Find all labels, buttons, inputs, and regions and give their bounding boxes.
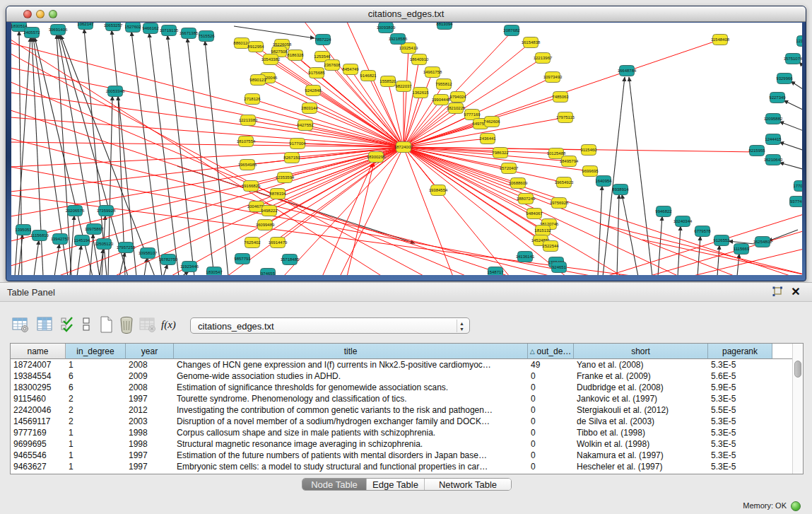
table-cell[interactable]: Jankovic et al. (1997) (574, 393, 708, 404)
graph-edge[interactable] (131, 32, 162, 275)
table-columns-icon[interactable] (36, 315, 54, 334)
network-graph[interactable]: 1872400713325419186409101496175879558121… (11, 23, 802, 275)
table-cell[interactable]: 0 (528, 427, 574, 438)
table-cell[interactable]: 0 (528, 461, 574, 472)
table-cell[interactable]: 2003 (126, 416, 174, 427)
graph-edge[interactable] (144, 258, 147, 275)
table-cell[interactable]: Wolkin et al. (1998) (574, 438, 708, 450)
table-cell[interactable]: 9465546 (11, 450, 66, 461)
table-cell[interactable]: 1 (66, 461, 126, 472)
table-cell[interactable]: Franke et al. (2009) (574, 370, 708, 382)
table-cell[interactable]: 0 (528, 382, 574, 393)
table-cell[interactable]: 5.3E-5 (708, 438, 772, 450)
tab-node-table[interactable]: Node Table (302, 479, 367, 490)
table-row[interactable]: 969969511998Structural magnetic resonanc… (11, 438, 772, 450)
table-cell[interactable]: Tibbo et al. (1998) (574, 427, 708, 438)
graph-edge[interactable] (629, 77, 652, 275)
window-titlebar[interactable]: citations_edges.txt (6, 6, 806, 22)
graph-edge[interactable] (779, 163, 802, 172)
graph-edge[interactable] (768, 230, 798, 241)
table-row[interactable]: 2242004622012Investigating the contribut… (11, 404, 772, 416)
table-select-combo[interactable]: citations_edges.txt ▲▼ (190, 317, 470, 334)
graph-edge[interactable] (791, 81, 802, 95)
table-cell[interactable]: Nakamura et al. (1997) (574, 450, 708, 461)
table-cell[interactable]: 2009 (126, 370, 174, 382)
table-row[interactable]: 911546021997Tourette syndrome. Phenomeno… (11, 393, 772, 404)
vertical-scrollbar[interactable] (792, 344, 803, 474)
table-cell[interactable]: 5.6E-5 (708, 370, 772, 382)
graph-edge[interactable] (70, 216, 74, 275)
table-cell[interactable]: 1 (66, 438, 126, 450)
new-document-icon[interactable] (97, 315, 115, 334)
table-cell[interactable]: 2012 (126, 404, 174, 416)
table-row[interactable]: 1830029562008Estimation of significance … (11, 382, 772, 393)
graph-edge[interactable] (252, 99, 404, 147)
graph-edge[interactable] (11, 147, 404, 167)
table-cell[interactable]: 5.3E-5 (708, 393, 772, 404)
column-header-pagerank[interactable]: pagerank (708, 344, 772, 359)
scrollbar-thumb[interactable] (794, 361, 801, 378)
table-cell[interactable]: Genome-wide association studies in ADHD. (174, 370, 528, 382)
table-cell[interactable]: 6 (66, 382, 126, 393)
table-cell[interactable]: 6 (66, 370, 126, 382)
graph-edge[interactable] (799, 62, 802, 76)
table-cell[interactable]: 49 (528, 359, 574, 370)
graph-edge[interactable] (784, 100, 802, 115)
graph-edge[interactable] (617, 194, 619, 275)
table-cell[interactable]: 5.3E-5 (708, 359, 772, 370)
tab-network-table[interactable]: Network Table (425, 479, 511, 490)
memory-status-indicator[interactable] (791, 501, 801, 511)
table-cell[interactable]: 1 (66, 427, 126, 438)
row-height-icon[interactable] (81, 315, 92, 334)
column-header-title[interactable]: title (174, 344, 528, 359)
graph-edge[interactable] (77, 245, 81, 275)
graph-edge[interactable] (205, 41, 228, 275)
graph-edge[interactable] (698, 236, 700, 275)
graph-edge[interactable] (90, 234, 93, 275)
table-cell[interactable]: Structural magnetic resonance image aver… (174, 438, 528, 450)
table-cell[interactable]: 2008 (126, 382, 174, 393)
table-cell[interactable]: 5.3E-5 (708, 450, 772, 461)
column-header-short[interactable]: short (574, 344, 708, 359)
float-panel-icon[interactable] (771, 286, 784, 298)
table-cell[interactable]: 14569117 (11, 416, 66, 427)
column-header-year[interactable]: year (126, 344, 174, 359)
table-row[interactable]: 946554611997Estimation of the future num… (11, 450, 772, 461)
table-row[interactable]: 946362711997Embryonic stem cells: a mode… (11, 461, 772, 472)
table-row[interactable]: 1872400712008Changes of HCN gene express… (11, 359, 772, 370)
graph-edge[interactable] (268, 78, 404, 147)
graph-edge[interactable] (779, 122, 802, 134)
delete-trash-icon[interactable] (117, 315, 136, 334)
select-columns-icon[interactable] (61, 315, 75, 334)
network-canvas[interactable]: 1872400713325419186409101496175879558121… (11, 23, 802, 275)
graph-edge[interactable] (54, 244, 59, 275)
delete-table-icon[interactable] (139, 315, 157, 334)
table-cell[interactable]: 9463627 (11, 461, 66, 472)
table-cell[interactable]: Estimation of significance thresholds fo… (174, 382, 528, 393)
table-cell[interactable]: Tourette syndrome. Phenomenology and cla… (174, 393, 528, 404)
table-cell[interactable]: Changes of HCN gene expression and I(f) … (174, 359, 528, 370)
graph-edge[interactable] (283, 147, 404, 275)
table-cell[interactable]: Stergiakouli et al. (2012) (574, 404, 708, 416)
graph-edge[interactable] (11, 147, 404, 241)
graph-edge[interactable] (234, 26, 314, 38)
graph-edge[interactable] (11, 43, 404, 147)
table-cell[interactable]: 1998 (126, 427, 174, 438)
table-cell[interactable]: de Silva et al. (2003) (574, 416, 708, 427)
column-header-outde[interactable]: △out_de… (528, 344, 574, 359)
table-cell[interactable]: 9699695 (11, 438, 66, 450)
table-cell[interactable]: 5.9E-5 (708, 382, 772, 393)
table-row[interactable]: 1938455462009Genome-wide association stu… (11, 370, 772, 382)
table-cell[interactable]: 22420046 (11, 404, 66, 416)
graph-edge[interactable] (313, 90, 404, 147)
table-cell[interactable]: 5.5E-5 (708, 404, 772, 416)
table-cell[interactable]: Yano et al. (2008) (574, 359, 708, 370)
table-settings-icon[interactable] (11, 315, 30, 334)
table-cell[interactable]: 1997 (126, 461, 174, 472)
table-cell[interactable]: 2 (66, 393, 126, 404)
graph-edge[interactable] (163, 264, 167, 275)
table-row[interactable]: 977716911998Corpus callosum shape and si… (11, 427, 772, 438)
graph-edge[interactable] (404, 147, 453, 275)
graph-edge[interactable] (167, 35, 194, 275)
table-cell[interactable]: 1997 (126, 450, 174, 461)
